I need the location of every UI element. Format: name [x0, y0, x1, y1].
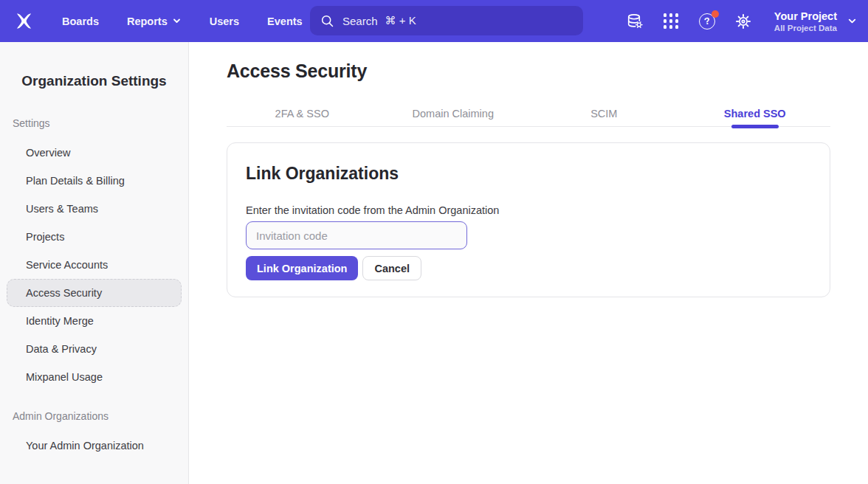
- search-shortcut: ⌘ + K: [385, 14, 416, 27]
- nav-label: Reports: [127, 15, 168, 27]
- sidebar-item-your-admin-organization[interactable]: Your Admin Organization: [7, 432, 182, 460]
- project-subtitle: All Project Data: [774, 23, 837, 33]
- tab-2fa-sso[interactable]: 2FA & SSO: [227, 103, 378, 126]
- search-icon: [320, 13, 335, 29]
- sidebar: Organization Settings Settings Overview …: [0, 42, 189, 484]
- tab-bar: 2FA & SSO Domain Claiming SCIM Shared SS…: [227, 103, 830, 127]
- apps-grid-icon[interactable]: [662, 13, 680, 30]
- settings-gear-icon[interactable]: [734, 13, 752, 30]
- sidebar-item-plan-details-billing[interactable]: Plan Details & Billing: [7, 167, 182, 195]
- sidebar-item-users-teams[interactable]: Users & Teams: [7, 195, 182, 223]
- section-header-admin-organizations: Admin Organizations: [13, 410, 188, 423]
- project-text: Your Project All Project Data: [774, 10, 837, 33]
- sidebar-item-identity-merge[interactable]: Identity Merge: [7, 307, 182, 335]
- sidebar-item-mixpanel-usage[interactable]: Mixpanel Usage: [7, 363, 182, 391]
- primary-nav: Boards Reports Users Events: [62, 15, 303, 27]
- admin-organizations-list: Your Admin Organization: [0, 432, 188, 460]
- project-name: Your Project: [774, 10, 837, 23]
- nav-label: Boards: [62, 15, 99, 27]
- search-input[interactable]: Search ⌘ + K: [310, 6, 583, 35]
- link-organizations-card: Link Organizations Enter the invitation …: [227, 142, 830, 297]
- main-content: Access Security 2FA & SSO Domain Claimin…: [189, 42, 868, 484]
- nav-label: Events: [267, 15, 303, 27]
- nav-item-boards[interactable]: Boards: [62, 15, 99, 27]
- card-title: Link Organizations: [246, 163, 811, 184]
- topbar: Boards Reports Users Events Search ⌘ + K: [0, 0, 868, 42]
- invitation-code-input[interactable]: [246, 221, 467, 249]
- help-icon[interactable]: ?: [698, 13, 716, 30]
- grid-dots: [664, 13, 679, 29]
- project-selector[interactable]: Your Project All Project Data: [774, 10, 858, 33]
- data-management-icon[interactable]: [626, 13, 644, 30]
- tab-domain-claiming[interactable]: Domain Claiming: [378, 103, 529, 126]
- nav-item-users[interactable]: Users: [210, 15, 239, 27]
- tab-shared-sso[interactable]: Shared SSO: [680, 103, 831, 126]
- invitation-code-description: Enter the invitation code from the Admin…: [246, 204, 811, 217]
- sidebar-item-overview[interactable]: Overview: [7, 139, 182, 167]
- card-actions: Link Organization Cancel: [246, 256, 811, 280]
- chevron-down-icon: [847, 15, 858, 27]
- page-title: Access Security: [227, 60, 830, 81]
- search-placeholder: Search: [342, 15, 378, 27]
- mixpanel-logo-icon[interactable]: [14, 11, 34, 31]
- sidebar-item-access-security[interactable]: Access Security: [7, 279, 182, 307]
- nav-item-reports[interactable]: Reports: [127, 15, 182, 27]
- cancel-button[interactable]: Cancel: [362, 256, 421, 280]
- sidebar-item-service-accounts[interactable]: Service Accounts: [7, 251, 182, 279]
- tab-scim[interactable]: SCIM: [528, 103, 680, 126]
- sidebar-item-projects[interactable]: Projects: [7, 223, 182, 251]
- topbar-right-cluster: ? Your Projec: [626, 0, 858, 42]
- link-organization-button[interactable]: Link Organization: [246, 256, 358, 280]
- notification-badge: [712, 10, 719, 18]
- sidebar-title: Organization Settings: [0, 42, 188, 89]
- sidebar-item-data-privacy[interactable]: Data & Privacy: [7, 335, 182, 363]
- nav-item-events[interactable]: Events: [267, 15, 303, 27]
- section-header-settings: Settings: [13, 117, 188, 130]
- nav-label: Users: [210, 15, 239, 27]
- chevron-down-icon: [172, 16, 182, 26]
- settings-list: Overview Plan Details & Billing Users & …: [0, 139, 188, 391]
